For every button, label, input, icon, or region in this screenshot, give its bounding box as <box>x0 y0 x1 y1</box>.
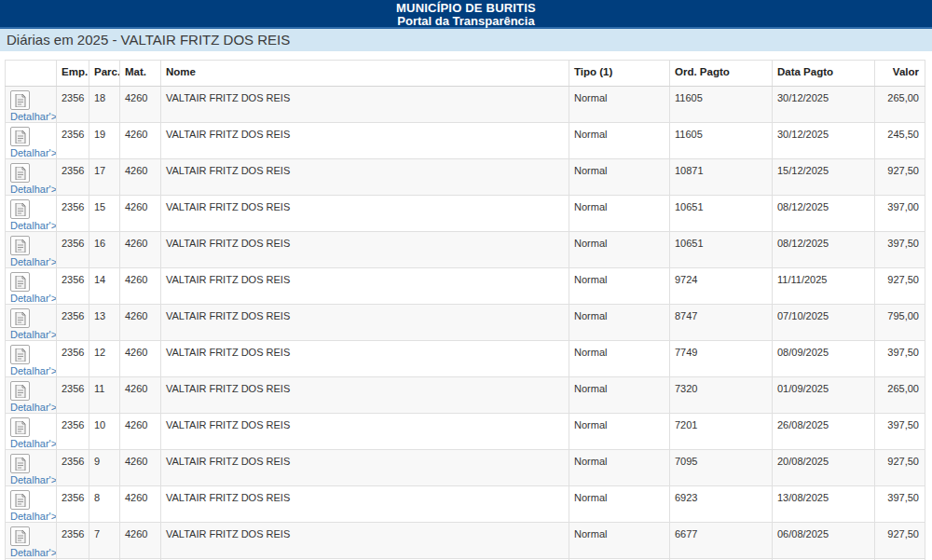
detail-link-label[interactable]: Detalhar'> <box>10 365 52 376</box>
cell-data-pagto: 08/12/2025 <box>773 196 875 232</box>
detail-link[interactable]: Detalhar'> <box>10 490 52 522</box>
detail-link-label[interactable]: Detalhar'> <box>10 511 52 522</box>
document-icon[interactable] <box>10 454 30 473</box>
table-row: Detalhar'> 2356 15 4260 VALTAIR FRITZ DO… <box>6 196 925 232</box>
cell-valor: 245,50 <box>875 123 925 159</box>
document-icon[interactable] <box>10 163 30 183</box>
cell-nome: VALTAIR FRITZ DOS REIS <box>161 341 569 377</box>
cell-nome: VALTAIR FRITZ DOS REIS <box>161 414 569 450</box>
document-icon[interactable] <box>10 272 30 292</box>
cell-parc: 12 <box>89 341 120 377</box>
cell-nome: VALTAIR FRITZ DOS REIS <box>161 123 569 159</box>
detail-link[interactable]: Detalhar'> <box>10 199 52 231</box>
cell-valor: 795,00 <box>875 305 925 341</box>
detail-link[interactable]: Detalhar'> <box>10 90 52 122</box>
cell-tipo: Normal <box>569 268 670 305</box>
cell-ord-pagto: 11605 <box>670 87 773 123</box>
cell-parc: 8 <box>89 486 120 523</box>
detail-cell: Detalhar'> <box>6 523 57 559</box>
document-icon[interactable] <box>10 381 30 401</box>
detail-link-label[interactable]: Detalhar'> <box>10 256 52 267</box>
detail-link[interactable]: Detalhar'> <box>10 127 52 158</box>
detail-link-label[interactable]: Detalhar'> <box>10 329 52 340</box>
cell-emp: 2356 <box>57 232 89 268</box>
detail-link-label[interactable]: Detalhar'> <box>10 293 52 304</box>
document-icon[interactable] <box>10 417 30 437</box>
cell-valor: 927,50 <box>875 268 925 305</box>
table-body: Detalhar'> 2356 18 4260 VALTAIR FRITZ DO… <box>6 87 925 560</box>
diarias-table: Emp. Parc. Mat. Nome Tipo (1) Ord. Pagto… <box>5 60 925 560</box>
cell-parc: 13 <box>89 305 120 341</box>
document-icon[interactable] <box>10 127 30 146</box>
cell-nome: VALTAIR FRITZ DOS REIS <box>161 377 569 414</box>
document-icon[interactable] <box>10 526 30 546</box>
cell-mat: 4260 <box>120 123 161 159</box>
document-icon[interactable] <box>10 236 30 255</box>
document-icon[interactable] <box>10 199 30 219</box>
detail-link-label[interactable]: Detalhar'> <box>10 547 52 558</box>
cell-mat: 4260 <box>120 486 161 523</box>
detail-link[interactable]: Detalhar'> <box>10 163 52 195</box>
detail-cell: Detalhar'> <box>6 232 57 268</box>
municipality-title: MUNICÍPIO DE BURITIS <box>0 2 932 15</box>
table-row: Detalhar'> 2356 12 4260 VALTAIR FRITZ DO… <box>6 341 925 377</box>
cell-tipo: Normal <box>569 450 670 486</box>
detail-link[interactable]: Detalhar'> <box>10 236 52 267</box>
cell-data-pagto: 30/12/2025 <box>773 123 875 159</box>
col-detail <box>6 61 57 87</box>
cell-parc: 14 <box>89 268 120 305</box>
document-icon[interactable] <box>10 308 30 328</box>
cell-nome: VALTAIR FRITZ DOS REIS <box>161 305 569 341</box>
cell-parc: 10 <box>89 414 120 450</box>
cell-tipo: Normal <box>569 377 670 414</box>
cell-valor: 397,00 <box>875 196 925 232</box>
cell-mat: 4260 <box>120 450 161 486</box>
cell-data-pagto: 26/08/2025 <box>773 414 875 450</box>
portal-subtitle: Portal da Transparência <box>0 15 932 28</box>
cell-valor: 397,50 <box>875 232 925 268</box>
detail-link[interactable]: Detalhar'> <box>10 454 52 485</box>
detail-link-label[interactable]: Detalhar'> <box>10 474 52 485</box>
document-icon[interactable] <box>10 90 30 110</box>
detail-link[interactable]: Detalhar'> <box>10 308 52 340</box>
document-icon[interactable] <box>10 345 30 364</box>
detail-link-label[interactable]: Detalhar'> <box>10 220 52 231</box>
cell-data-pagto: 20/08/2025 <box>773 450 875 486</box>
cell-ord-pagto: 10651 <box>670 196 773 232</box>
detail-link-label[interactable]: Detalhar'> <box>10 402 52 413</box>
detail-link-label[interactable]: Detalhar'> <box>10 147 52 158</box>
cell-tipo: Normal <box>569 305 670 341</box>
cell-mat: 4260 <box>120 87 161 123</box>
table-row: Detalhar'> 2356 16 4260 VALTAIR FRITZ DO… <box>6 232 925 268</box>
cell-mat: 4260 <box>120 305 161 341</box>
detail-link[interactable]: Detalhar'> <box>10 417 52 449</box>
col-ord-pagto: Ord. Pagto <box>670 61 773 87</box>
detail-link-label[interactable]: Detalhar'> <box>10 111 52 122</box>
cell-ord-pagto: 7320 <box>670 377 773 414</box>
col-tipo: Tipo (1) <box>569 61 670 87</box>
cell-mat: 4260 <box>120 232 161 268</box>
cell-nome: VALTAIR FRITZ DOS REIS <box>161 196 569 232</box>
detail-link[interactable]: Detalhar'> <box>10 381 52 413</box>
cell-ord-pagto: 10871 <box>670 159 773 196</box>
detail-link-label[interactable]: Detalhar'> <box>10 438 52 449</box>
detail-link[interactable]: Detalhar'> <box>10 272 52 304</box>
document-icon[interactable] <box>10 490 30 510</box>
detail-cell: Detalhar'> <box>6 159 57 196</box>
detail-cell: Detalhar'> <box>6 414 57 450</box>
cell-ord-pagto: 7749 <box>670 341 773 377</box>
cell-parc: 15 <box>89 196 120 232</box>
cell-parc: 9 <box>89 450 120 486</box>
col-emp: Emp. <box>57 61 89 87</box>
detail-cell: Detalhar'> <box>6 268 57 305</box>
cell-emp: 2356 <box>57 414 89 450</box>
detail-link[interactable]: Detalhar'> <box>10 345 52 376</box>
table-row: Detalhar'> 2356 7 4260 VALTAIR FRITZ DOS… <box>6 523 925 559</box>
cell-valor: 397,50 <box>875 414 925 450</box>
cell-mat: 4260 <box>120 377 161 414</box>
cell-parc: 18 <box>89 87 120 123</box>
detail-link-label[interactable]: Detalhar'> <box>10 184 52 195</box>
cell-data-pagto: 15/12/2025 <box>773 159 875 196</box>
detail-link[interactable]: Detalhar'> <box>10 526 52 558</box>
cell-data-pagto: 30/12/2025 <box>773 87 875 123</box>
